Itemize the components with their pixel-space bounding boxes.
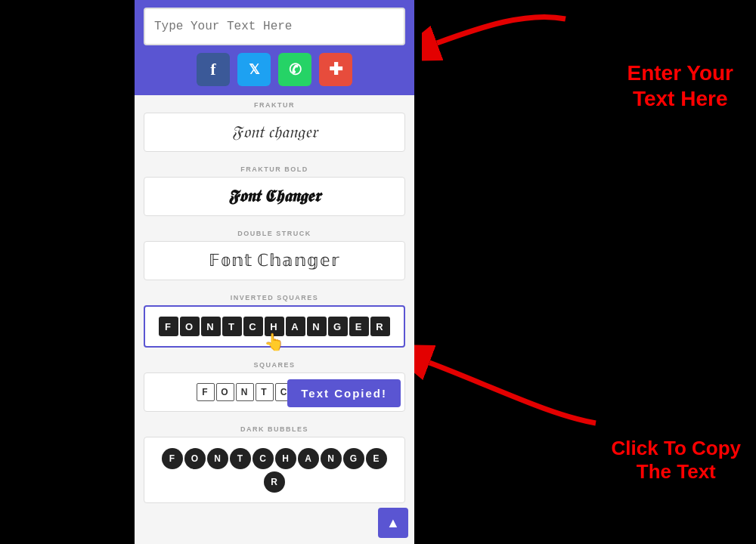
sq-char-f: F [197, 383, 215, 401]
top-arrow-svg [422, 4, 588, 79]
bubble-char-e: E [366, 448, 387, 469]
sq-char-n: N [236, 383, 254, 401]
fraktur-bold-label: FRAKTUR BOLD [144, 165, 405, 173]
bubble-char-c: C [253, 448, 274, 469]
copy-share-button[interactable]: ✚ [319, 53, 352, 86]
inv-char-n: N [307, 317, 327, 336]
social-icons-row: f 𝕏 ✆ ✚ [144, 53, 405, 86]
app-panel: f 𝕏 ✆ ✚ FRAKTUR 𝔉𝔬𝔫𝔱 𝔠𝔥𝔞𝔫𝔤𝔢𝔯 FRAKTUR BO [135, 0, 414, 544]
top-section: f 𝕏 ✆ ✚ [135, 0, 414, 95]
copy-icon: ✚ [329, 60, 342, 79]
whatsapp-button[interactable]: ✆ [278, 53, 311, 86]
twitter-icon: 𝕏 [249, 61, 260, 78]
inv-char-a: A [286, 317, 305, 336]
inverted-squares-box[interactable]: FONTCHANGER 👆 [144, 305, 405, 348]
fraktur-label: FRAKTUR [144, 101, 405, 109]
double-struck-section: DOUBLE STRUCK 𝔽𝕠𝕟𝕥 ℂ𝕙𝕒𝕟𝕘𝕖𝕣 [135, 224, 414, 288]
squares-label: SQUARES [144, 361, 405, 369]
inv-char-o: O [180, 317, 200, 336]
double-struck-text: 𝔽𝕠𝕟𝕥 ℂ𝕙𝕒𝕟𝕘𝕖𝕣 [209, 251, 341, 270]
enter-text-label: Enter Your Text Here [627, 60, 733, 111]
dark-bubbles-box[interactable]: FONTCHANGER [144, 437, 405, 503]
font-sections-list: FRAKTUR 𝔉𝔬𝔫𝔱 𝔠𝔥𝔞𝔫𝔤𝔢𝔯 FRAKTUR BOLD 𝕱𝖔𝖓𝖙 𝕮… [135, 95, 414, 544]
annotation-area: Enter Your Text Here Click To Copy The T… [414, 0, 756, 544]
click-copy-label: Click To Copy The Text [612, 437, 741, 484]
scroll-top-button[interactable]: ▲ [378, 508, 408, 538]
inv-char-g: G [328, 317, 348, 336]
dark-bubbles-section: DARK BUBBLES FONTCHANGER [135, 419, 414, 511]
bubble-char-t: T [230, 448, 251, 469]
click-copy-line1: Click To Copy [612, 437, 741, 460]
inv-char-t: T [222, 317, 242, 336]
click-copy-line2: The Text [612, 460, 741, 484]
bubble-char-n: N [207, 448, 228, 469]
dark-bubbles-chars: FONTCHANGER [153, 447, 395, 493]
double-struck-box[interactable]: 𝔽𝕠𝕟𝕥 ℂ𝕙𝕒𝕟𝕘𝕖𝕣 [144, 241, 405, 280]
bubble-char-r: R [264, 471, 285, 493]
bubble-char-a: A [298, 448, 319, 469]
fraktur-bold-section: FRAKTUR BOLD 𝕱𝖔𝖓𝖙 𝕮𝖍𝖆𝖓𝖌𝖊𝖗 [135, 159, 414, 224]
inv-char-r: R [370, 317, 390, 336]
squares-box[interactable]: FONTCHAN Text Copied! [144, 372, 405, 412]
whatsapp-icon: ✆ [289, 60, 302, 79]
bubble-char-g: G [343, 448, 364, 469]
bubble-char-n: N [321, 448, 342, 469]
inv-char-e: E [349, 317, 369, 336]
bubble-char-f: F [162, 448, 183, 469]
double-struck-label: DOUBLE STRUCK [144, 230, 405, 237]
fraktur-box[interactable]: 𝔉𝔬𝔫𝔱 𝔠𝔥𝔞𝔫𝔤𝔢𝔯 [144, 113, 405, 152]
text-input[interactable] [144, 8, 405, 45]
bottom-arrow-svg [414, 325, 611, 446]
fraktur-section: FRAKTUR 𝔉𝔬𝔫𝔱 𝔠𝔥𝔞𝔫𝔤𝔢𝔯 [135, 95, 414, 159]
sq-char-t: T [256, 383, 274, 401]
enter-text-line1: Enter Your [627, 60, 733, 86]
inv-char-c: C [243, 317, 263, 336]
inv-char-n: N [201, 317, 221, 336]
bubble-char-h: H [275, 448, 296, 469]
cursor-hand-icon: 👆 [264, 332, 286, 352]
facebook-icon: f [210, 60, 215, 79]
bubble-char-o: O [184, 448, 206, 469]
fraktur-text: 𝔉𝔬𝔫𝔱 𝔠𝔥𝔞𝔫𝔤𝔢𝔯 [231, 122, 318, 142]
inv-char-f: F [159, 317, 178, 336]
dark-bubbles-label: DARK BUBBLES [144, 425, 405, 433]
twitter-button[interactable]: 𝕏 [237, 53, 271, 86]
fraktur-bold-box[interactable]: 𝕱𝖔𝖓𝖙 𝕮𝖍𝖆𝖓𝖌𝖊𝖗 [144, 177, 405, 216]
sq-char-o: O [216, 383, 234, 401]
text-copied-tooltip: Text Copied! [287, 379, 401, 407]
squares-section: SQUARES FONTCHAN Text Copied! [135, 355, 414, 419]
enter-text-line2: Text Here [627, 86, 733, 112]
inverted-squares-label: INVERTED SQUARES [144, 294, 405, 301]
inverted-squares-section: INVERTED SQUARES FONTCHANGER 👆 [135, 288, 414, 355]
fraktur-bold-text: 𝕱𝖔𝖓𝖙 𝕮𝖍𝖆𝖓𝖌𝖊𝖗 [228, 187, 321, 206]
facebook-button[interactable]: f [197, 53, 230, 86]
chevron-up-icon: ▲ [386, 515, 400, 531]
